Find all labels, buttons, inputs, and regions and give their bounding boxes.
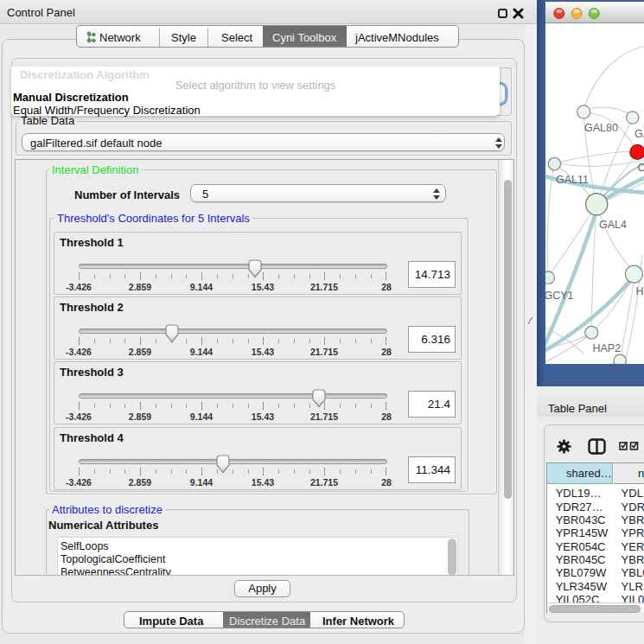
- svg-text:H: H: [636, 285, 644, 297]
- svg-text:GAL11: GAL11: [556, 174, 589, 186]
- svg-text:GAL4: GAL4: [599, 219, 627, 231]
- svg-text:GA: GA: [634, 128, 644, 140]
- svg-text:HAP2: HAP2: [593, 342, 622, 354]
- svg-text:C: C: [638, 162, 644, 174]
- svg-text:GCY1: GCY1: [545, 290, 574, 302]
- svg-text:GAL80: GAL80: [584, 122, 618, 134]
